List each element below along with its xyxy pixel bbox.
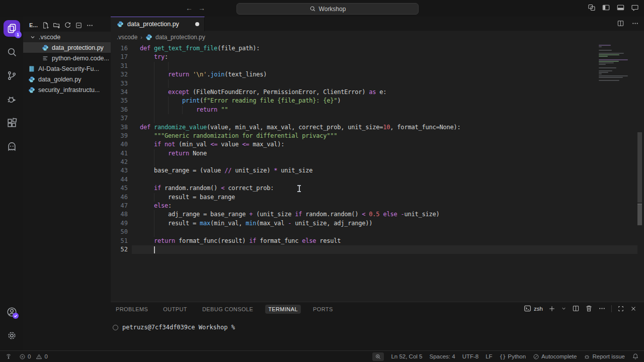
code-line[interactable]: 52	[111, 245, 644, 254]
problems-status[interactable]: 0 0	[19, 353, 48, 360]
cursor-position-status[interactable]: Ln 52, Col 5	[391, 353, 422, 359]
activity-settings-gear[interactable]	[0, 324, 23, 347]
editor-tab-bar: data_protection.py	[111, 17, 644, 31]
panel-tab-output[interactable]: OUTPUT	[160, 305, 190, 314]
activity-source-control[interactable]	[0, 64, 23, 87]
remote-indicator[interactable]	[5, 353, 12, 360]
autocomplete-status[interactable]: Autocomplete	[533, 353, 577, 360]
code-line[interactable]: 38def randomize_value(value, min_val, ma…	[111, 123, 644, 132]
code-line[interactable]: 35 print(f"Error reading file {file_path…	[111, 97, 644, 105]
new-file-icon[interactable]	[42, 22, 49, 29]
tree-item-ai-data-security-fu[interactable]: AI-Data-Security-Fu...	[23, 63, 111, 74]
refresh-icon[interactable]	[64, 22, 71, 29]
code-line[interactable]: 45 if random.random() < correct_prob:	[111, 184, 644, 193]
code-line[interactable]: 47 else:	[111, 202, 644, 210]
line-number: 45	[111, 184, 128, 193]
code-line[interactable]: 51 return format_func(result) if format_…	[111, 237, 644, 245]
activity-account[interactable]	[0, 300, 23, 324]
code-line[interactable]: 17 try:	[111, 53, 644, 61]
tab-data-protection-py[interactable]: data_protection.py	[111, 17, 205, 31]
code-line[interactable]: 48 adj_range = base_range + (unit_size i…	[111, 210, 644, 219]
bug-icon	[584, 353, 590, 360]
tree-item-security-infrastructu[interactable]: security_infrastructu...	[23, 84, 111, 95]
editor-scrollbar[interactable]	[637, 132, 642, 203]
code-line[interactable]: 31	[111, 62, 644, 70]
panel-actions: zsh	[524, 305, 637, 312]
command-center-search[interactable]: Workshop	[236, 3, 419, 15]
new-terminal-icon[interactable]	[548, 305, 555, 312]
code-line[interactable]: 50	[111, 228, 644, 236]
split-editor-icon[interactable]	[617, 20, 624, 27]
trash-icon[interactable]	[585, 305, 593, 312]
activity-chat[interactable]	[0, 135, 23, 158]
more-actions-icon[interactable]	[631, 20, 639, 27]
code-line[interactable]: 49 result = max(min_val, min(max_val - u…	[111, 219, 644, 228]
split-terminal-icon[interactable]	[572, 305, 580, 312]
editor-scrollbar-segment[interactable]	[637, 204, 642, 225]
tree-item-data-golden-py[interactable]: data_golden.py	[23, 74, 111, 84]
tree-item-data-protection-py[interactable]: data_protection.py	[23, 42, 111, 53]
more-actions-icon[interactable]	[86, 22, 94, 29]
more-actions-icon[interactable]	[598, 305, 606, 312]
code-line[interactable]: 41 return None	[111, 149, 644, 158]
eol-status[interactable]: LF	[486, 353, 492, 359]
encoding-status[interactable]: UTF-8	[462, 353, 479, 359]
collapse-folders-icon[interactable]	[75, 22, 83, 29]
code-line[interactable]: 46 result = base_range	[111, 193, 644, 202]
toggle-sidebar-icon[interactable]	[602, 4, 610, 12]
tree-item-vscode[interactable]: .vscode	[23, 32, 111, 42]
code-line-content: if random.random() < correct_prob:	[140, 184, 644, 193]
code-line[interactable]: 16def get_text_from_file(file_path):	[111, 44, 644, 53]
panel-tab-problems[interactable]: PROBLEMS	[113, 305, 151, 314]
code-line[interactable]: 32 return '\n'.join(text_lines)	[111, 70, 644, 79]
terminal-shell-chip[interactable]: zsh	[524, 305, 543, 312]
code-line-content	[140, 245, 644, 254]
minimap[interactable]	[599, 45, 631, 145]
toggle-panel-icon[interactable]	[616, 4, 625, 12]
code-line[interactable]: 43 base_range = (value // unit_size) * u…	[111, 166, 644, 175]
new-folder-icon[interactable]	[53, 22, 60, 29]
report-issue-status[interactable]: Report issue	[584, 353, 625, 360]
forward-arrow-icon[interactable]: →	[198, 4, 205, 12]
language-status[interactable]: {} Python	[500, 353, 526, 359]
code-line[interactable]: 42	[111, 158, 644, 166]
code-line[interactable]: 37	[111, 114, 644, 123]
unsaved-changes-dot[interactable]	[195, 22, 199, 26]
tree-item-label: AI-Data-Security-Fu...	[38, 65, 99, 72]
code-line[interactable]: 39 """Generic randomization for differen…	[111, 132, 644, 140]
python-file-icon	[42, 44, 49, 51]
breadcrumb-file[interactable]: data_protection.py	[155, 34, 205, 41]
panel-tab-debug-console[interactable]: DEBUG CONSOLE	[199, 305, 256, 314]
code-line[interactable]: 33	[111, 79, 644, 88]
close-panel-icon[interactable]	[630, 305, 637, 312]
code-line[interactable]: 44	[111, 175, 644, 184]
layout-icon[interactable]	[588, 4, 596, 12]
activity-run-debug[interactable]	[0, 87, 23, 111]
code-line[interactable]: 34 except (FileNotFoundError, Permission…	[111, 88, 644, 97]
activity-explorer[interactable]: 1	[0, 17, 23, 40]
divider	[611, 305, 612, 312]
code-editor[interactable]: 16def get_text_from_file(file_path):17 t…	[111, 44, 644, 302]
line-number: 41	[111, 149, 128, 158]
panel-tab-ports[interactable]: PORTS	[310, 305, 336, 314]
tree-item-python-demo-code[interactable]: python-demo.code...	[23, 53, 111, 63]
maximize-panel-icon[interactable]	[617, 305, 624, 312]
mouse-ibeam-pointer	[297, 185, 301, 192]
breadcrumb-folder[interactable]: .vscode	[117, 34, 137, 41]
chat-bubble-icon[interactable]	[631, 4, 639, 12]
chevron-down-icon[interactable]	[561, 306, 567, 311]
activity-extensions[interactable]	[0, 111, 23, 135]
activity-search[interactable]	[0, 40, 23, 64]
bell-icon[interactable]	[632, 353, 639, 360]
code-line-content	[140, 175, 644, 184]
terminal-output[interactable]: petruzs@7cf34df039ce Workshop %	[113, 324, 235, 331]
minimap-line	[599, 73, 602, 74]
code-line[interactable]: 40 if not (min_val <= value <= max_val):	[111, 140, 644, 149]
code-line-content: return None	[140, 149, 644, 158]
back-arrow-icon[interactable]: ←	[186, 4, 193, 12]
zoom-status[interactable]	[372, 352, 384, 361]
panel-tab-terminal[interactable]: TERMINAL	[265, 305, 301, 314]
indentation-status[interactable]: Spaces: 4	[429, 353, 455, 359]
code-line[interactable]: 36 return ""	[111, 106, 644, 114]
chevron-down-icon[interactable]	[30, 34, 36, 40]
